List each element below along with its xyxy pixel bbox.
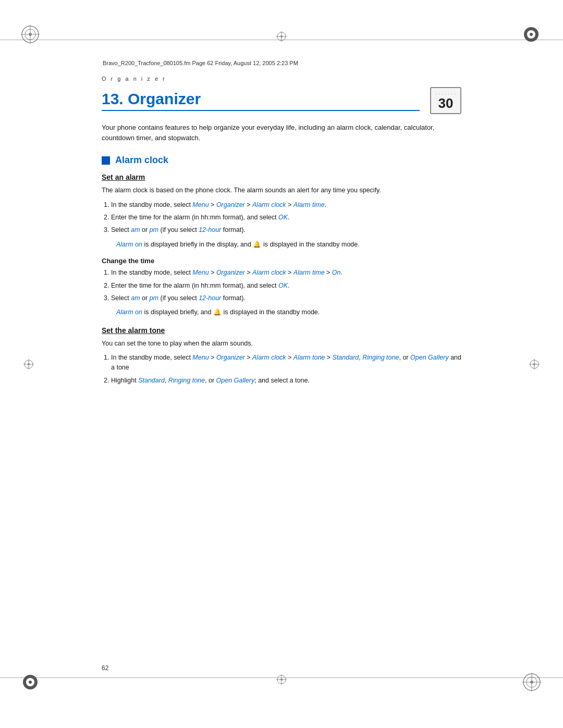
on-link: On (332, 269, 341, 276)
change-time-step-3: Select am or pm (if you select 12-hour f… (111, 293, 461, 303)
alarm-time-link-2: Alarm time (293, 269, 325, 276)
am-link-1: am (131, 226, 140, 233)
file-info: Bravo_R200_Tracfone_080105.fm Page 62 Fr… (102, 60, 461, 66)
reg-mark-top-right (523, 26, 540, 43)
reg-mark-right-mid (529, 359, 540, 369)
menu-link-3: Menu (192, 354, 209, 361)
alarm-time-link-1: Alarm time (293, 201, 325, 208)
intro-paragraph: Your phone contains features to help org… (102, 122, 461, 143)
reg-mark-bottom-left (22, 674, 39, 690)
pm-link-1: pm (150, 226, 158, 233)
svg-point-7 (530, 33, 533, 36)
change-time-note: Alarm on is displayed briefly, and 🔔 is … (116, 307, 461, 317)
set-alarm-heading: Set an alarm (102, 173, 461, 181)
chapter-title: 13. Organizer (102, 90, 420, 111)
organizer-link-3: Organizer (216, 354, 245, 361)
svg-point-10 (29, 681, 32, 684)
blue-square-icon (102, 156, 110, 165)
12hour-link-1: 12-hour (199, 226, 221, 233)
set-alarm-step-1: In the standby mode, select Menu > Organ… (111, 200, 461, 210)
svg-point-19 (280, 35, 283, 38)
set-alarm-tone-steps: In the standby mode, select Menu > Organ… (111, 353, 461, 386)
set-alarm-note: Alarm on is displayed briefly in the dis… (116, 240, 461, 250)
12hour-link-2: 12-hour (199, 294, 221, 302)
menu-link-1: Menu (192, 201, 209, 208)
bell-icon-2: 🔔 (213, 309, 222, 316)
set-alarm-tone-heading: Set the alarm tone (102, 326, 461, 335)
ok-link-1: OK (278, 214, 288, 221)
reg-mark-bottom-right (522, 673, 541, 692)
page-number: 62 (102, 664, 108, 672)
change-time-step-1: In the standby mode, select Menu > Organ… (111, 268, 461, 278)
section-label: O r g a n i z e r (102, 76, 461, 82)
reg-mark-bottom-center (276, 674, 287, 685)
alarm-clock-heading-text: Alarm clock (115, 155, 168, 166)
alarm-tone-link: Alarm tone (293, 354, 325, 361)
calendar-number: 30 (438, 96, 454, 110)
svg-point-4 (29, 33, 32, 36)
set-alarm-step-3: Select am or pm (if you select 12-hour f… (111, 225, 461, 235)
alarm-clock-link-3: Alarm clock (252, 354, 286, 361)
ringing-tone-link-2: Ringing tone (168, 377, 205, 384)
ok-link-2: OK (278, 282, 288, 289)
chapter-title-row: 13. Organizer · · · · · · · 30 (102, 87, 461, 114)
menu-link-2: Menu (192, 269, 209, 276)
change-time-heading: Change the time (102, 257, 461, 265)
main-content: Bravo_R200_Tracfone_080105.fm Page 62 Fr… (102, 60, 461, 390)
organizer-link-1: Organizer (216, 201, 245, 208)
alarm-on-link-2: Alarm on (116, 309, 142, 316)
set-alarm-tone-step-1: In the standby mode, select Menu > Organ… (111, 353, 461, 373)
alarm-clock-link-2: Alarm clock (252, 269, 286, 276)
reg-mark-top-left (21, 25, 40, 44)
svg-point-23 (280, 678, 283, 681)
calendar-icon: · · · · · · · 30 (430, 87, 461, 114)
standard-link-2: Standard (138, 377, 165, 384)
bell-icon-1: 🔔 (253, 241, 261, 248)
set-alarm-steps: In the standby mode, select Menu > Organ… (111, 200, 461, 236)
change-time-steps: In the standby mode, select Menu > Organ… (111, 268, 461, 303)
pm-link-2: pm (150, 294, 158, 302)
set-alarm-tone-description: You can set the tone to play when the al… (102, 339, 461, 349)
svg-point-27 (28, 363, 30, 365)
svg-point-15 (530, 681, 533, 684)
page: Bravo_R200_Tracfone_080105.fm Page 62 Fr… (0, 0, 563, 728)
organizer-link-2: Organizer (216, 269, 245, 276)
svg-point-31 (533, 363, 535, 365)
alarm-clock-heading: Alarm clock (102, 155, 461, 166)
open-gallery-link-2: Open Gallery (216, 377, 255, 384)
set-alarm-step-2: Enter the time for the alarm (in hh:mm f… (111, 213, 461, 223)
alarm-on-link-1: Alarm on (116, 241, 142, 248)
alarm-clock-link-1: Alarm clock (252, 201, 286, 208)
am-link-2: am (131, 294, 140, 302)
open-gallery-link-1: Open Gallery (410, 354, 449, 361)
set-alarm-description: The alarm clock is based on the phone cl… (102, 186, 461, 195)
reg-mark-left-mid (23, 359, 34, 369)
change-time-step-2: Enter the time for the alarm (in hh:mm f… (111, 281, 461, 291)
standard-link-1: Standard (333, 354, 359, 361)
set-alarm-tone-step-2: Highlight Standard, Ringing tone, or Ope… (111, 376, 461, 386)
ringing-tone-link-1: Ringing tone (362, 354, 399, 361)
reg-mark-top-center (276, 31, 287, 42)
